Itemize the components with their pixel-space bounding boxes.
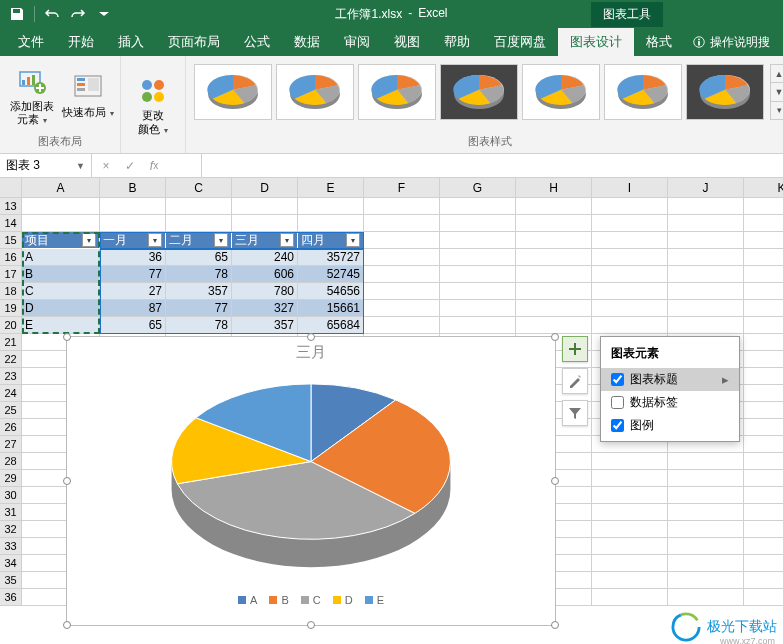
row-header[interactable]: 15 bbox=[0, 232, 22, 249]
cell[interactable]: C bbox=[22, 283, 100, 300]
flyout-item[interactable]: 图表标题▸ bbox=[601, 368, 739, 391]
cell[interactable] bbox=[744, 232, 783, 249]
filter-icon[interactable]: ▾ bbox=[82, 233, 96, 247]
row-header[interactable]: 25 bbox=[0, 402, 22, 419]
save-icon[interactable] bbox=[6, 3, 28, 25]
cell[interactable] bbox=[668, 232, 744, 249]
gallery-down-icon[interactable]: ▼ bbox=[771, 83, 783, 101]
cell[interactable]: 四月▾ bbox=[298, 232, 364, 249]
checkbox[interactable] bbox=[611, 419, 624, 432]
cell[interactable] bbox=[744, 385, 783, 402]
legend-item[interactable]: E bbox=[365, 594, 384, 606]
cell[interactable]: 78 bbox=[166, 266, 232, 283]
cell[interactable] bbox=[668, 215, 744, 232]
cell[interactable] bbox=[744, 215, 783, 232]
flyout-item[interactable]: 图例 bbox=[601, 414, 739, 437]
legend-item[interactable]: C bbox=[301, 594, 321, 606]
cell[interactable] bbox=[440, 198, 516, 215]
cell[interactable] bbox=[592, 470, 668, 487]
cell[interactable]: 357 bbox=[232, 317, 298, 334]
cell[interactable] bbox=[592, 453, 668, 470]
gallery-up-icon[interactable]: ▲ bbox=[771, 65, 783, 83]
cell[interactable] bbox=[668, 504, 744, 521]
cell[interactable] bbox=[592, 249, 668, 266]
cell[interactable] bbox=[744, 249, 783, 266]
chart-style-2[interactable] bbox=[276, 64, 354, 120]
legend-item[interactable]: A bbox=[238, 594, 257, 606]
cell[interactable] bbox=[592, 521, 668, 538]
cell[interactable] bbox=[440, 249, 516, 266]
col-header-K[interactable]: K bbox=[744, 178, 783, 198]
col-header-E[interactable]: E bbox=[298, 178, 364, 198]
cell[interactable]: D bbox=[22, 300, 100, 317]
row-header[interactable]: 26 bbox=[0, 419, 22, 436]
cell[interactable] bbox=[364, 266, 440, 283]
cell[interactable] bbox=[744, 521, 783, 538]
cell[interactable] bbox=[744, 555, 783, 572]
cell[interactable] bbox=[592, 317, 668, 334]
cell[interactable]: E bbox=[22, 317, 100, 334]
row-header[interactable]: 19 bbox=[0, 300, 22, 317]
col-header-H[interactable]: H bbox=[516, 178, 592, 198]
cell[interactable]: 27 bbox=[100, 283, 166, 300]
chart-filters-button[interactable] bbox=[562, 400, 588, 426]
gallery-more-icon[interactable]: ▾ bbox=[771, 102, 783, 119]
chart-style-1[interactable] bbox=[194, 64, 272, 120]
row-header[interactable]: 18 bbox=[0, 283, 22, 300]
cell[interactable] bbox=[364, 283, 440, 300]
cell[interactable] bbox=[668, 538, 744, 555]
enter-icon[interactable]: ✓ bbox=[120, 157, 140, 175]
name-box[interactable]: 图表 3 ▼ bbox=[0, 154, 92, 177]
pie-chart[interactable] bbox=[67, 362, 555, 591]
cell[interactable] bbox=[166, 198, 232, 215]
cell[interactable] bbox=[592, 215, 668, 232]
cell[interactable]: 35727 bbox=[298, 249, 364, 266]
chart-style-6[interactable] bbox=[604, 64, 682, 120]
cell[interactable] bbox=[298, 215, 364, 232]
cell[interactable] bbox=[744, 317, 783, 334]
row-header[interactable]: 28 bbox=[0, 453, 22, 470]
ribbon-tab-开始[interactable]: 开始 bbox=[56, 28, 106, 56]
cell[interactable] bbox=[592, 504, 668, 521]
cell[interactable] bbox=[516, 283, 592, 300]
cell[interactable] bbox=[364, 215, 440, 232]
cell[interactable]: 项目▾ bbox=[22, 232, 100, 249]
row-header[interactable]: 34 bbox=[0, 555, 22, 572]
chart-style-5[interactable] bbox=[522, 64, 600, 120]
cell[interactable]: 65 bbox=[100, 317, 166, 334]
cell[interactable] bbox=[744, 368, 783, 385]
cell[interactable] bbox=[232, 215, 298, 232]
cell[interactable] bbox=[668, 266, 744, 283]
row-header[interactable]: 16 bbox=[0, 249, 22, 266]
row-header[interactable]: 13 bbox=[0, 198, 22, 215]
cell[interactable] bbox=[744, 266, 783, 283]
cell[interactable] bbox=[100, 198, 166, 215]
cell[interactable] bbox=[592, 198, 668, 215]
cell[interactable] bbox=[744, 470, 783, 487]
quick-layout-button[interactable]: 快速布局 ▾ bbox=[62, 60, 114, 132]
ribbon-tab-数据[interactable]: 数据 bbox=[282, 28, 332, 56]
cell[interactable] bbox=[22, 215, 100, 232]
cell[interactable]: 87 bbox=[100, 300, 166, 317]
ribbon-tab-图表设计[interactable]: 图表设计 bbox=[558, 28, 634, 56]
cell[interactable] bbox=[592, 589, 668, 606]
cell[interactable] bbox=[440, 232, 516, 249]
cell[interactable]: 36 bbox=[100, 249, 166, 266]
cell[interactable] bbox=[744, 453, 783, 470]
cell[interactable] bbox=[440, 300, 516, 317]
checkbox[interactable] bbox=[611, 396, 624, 409]
cell[interactable] bbox=[516, 300, 592, 317]
cell[interactable] bbox=[22, 198, 100, 215]
cell[interactable] bbox=[744, 300, 783, 317]
cell[interactable]: 65684 bbox=[298, 317, 364, 334]
col-header-D[interactable]: D bbox=[232, 178, 298, 198]
worksheet-grid[interactable]: ABCDEFGHIJK 1314151617181920212223242526… bbox=[0, 178, 783, 644]
col-header-J[interactable]: J bbox=[668, 178, 744, 198]
cell[interactable]: 780 bbox=[232, 283, 298, 300]
cell[interactable]: 357 bbox=[166, 283, 232, 300]
cell[interactable] bbox=[592, 300, 668, 317]
cell[interactable] bbox=[516, 317, 592, 334]
col-header-I[interactable]: I bbox=[592, 178, 668, 198]
cell[interactable] bbox=[592, 283, 668, 300]
row-header[interactable]: 14 bbox=[0, 215, 22, 232]
